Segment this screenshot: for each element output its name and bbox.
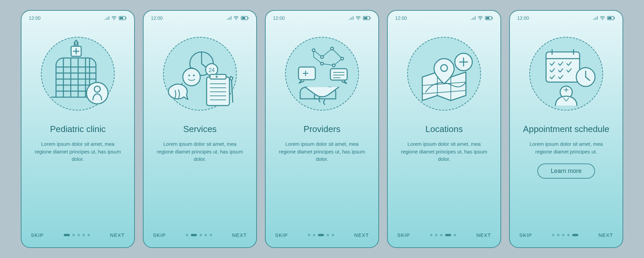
dot-5[interactable]	[572, 234, 578, 236]
hospital-building-icon	[38, 34, 118, 114]
battery-icon	[119, 16, 127, 20]
status-time: 12:00	[395, 15, 407, 21]
svg-rect-9	[248, 17, 249, 19]
nav-row: SKIP NEXT	[21, 232, 134, 247]
svg-rect-29	[330, 69, 347, 80]
status-icons	[227, 16, 249, 20]
dot-1[interactable]	[430, 234, 432, 236]
svg-point-0	[114, 19, 114, 20]
svg-point-15	[183, 68, 200, 86]
wifi-icon	[233, 16, 239, 20]
next-button[interactable]: NEXT	[354, 232, 369, 238]
next-button[interactable]: NEXT	[232, 232, 247, 238]
screen-description: Lorem ipsum dolor sit amet, mea regione …	[400, 140, 488, 163]
dot-1[interactable]	[552, 234, 554, 236]
dot-2[interactable]	[191, 234, 197, 236]
learn-more-button[interactable]: Learn more	[537, 164, 595, 179]
svg-rect-32	[492, 17, 493, 19]
skip-button[interactable]: SKIP	[153, 232, 166, 238]
screen-title: Appointment schedule	[523, 124, 609, 134]
skip-button[interactable]: SKIP	[519, 232, 532, 238]
status-icons	[105, 16, 127, 20]
dot-5[interactable]	[88, 234, 90, 236]
svg-point-23	[321, 56, 323, 58]
dot-1[interactable]	[64, 234, 70, 236]
status-bar: 12:00	[266, 11, 378, 23]
content-area: Locations Lorem ipsum dolor sit amet, me…	[388, 124, 500, 232]
status-bar: 12:00	[510, 11, 623, 23]
onboarding-screen-1: 12:00 Pediatric clin	[21, 10, 135, 248]
screen-title: Providers	[304, 124, 340, 134]
screen-title: Locations	[425, 124, 463, 134]
skip-button[interactable]: SKIP	[275, 232, 288, 238]
next-button[interactable]: NEXT	[598, 232, 613, 238]
illustration	[266, 23, 378, 124]
battery-icon	[485, 16, 493, 20]
content-area: Pediatric clinic Lorem ipsum dolor sit a…	[21, 124, 134, 232]
dot-5[interactable]	[454, 234, 456, 236]
dot-3[interactable]	[318, 234, 324, 236]
locations-map-icon	[404, 34, 484, 114]
dot-4[interactable]	[205, 234, 207, 236]
pagination-dots	[186, 234, 212, 236]
status-time: 12:00	[273, 15, 285, 21]
status-time: 12:00	[29, 15, 41, 21]
illustration	[21, 23, 134, 124]
appointment-schedule-icon	[526, 34, 606, 114]
svg-rect-10	[242, 17, 245, 19]
signal-icon	[593, 16, 598, 20]
screen-description: Lorem ipsum dolor sit amet, mea regione …	[278, 140, 366, 163]
svg-rect-13	[207, 77, 229, 106]
svg-rect-2	[126, 17, 126, 19]
dot-5[interactable]	[210, 234, 212, 236]
next-button[interactable]: NEXT	[476, 232, 491, 238]
pagination-dots	[308, 234, 334, 236]
skip-button[interactable]: SKIP	[31, 232, 44, 238]
next-button[interactable]: NEXT	[110, 232, 125, 238]
dot-4[interactable]	[83, 234, 85, 236]
dot-2[interactable]	[557, 234, 559, 236]
illustration	[510, 23, 623, 124]
svg-point-36	[602, 19, 603, 20]
dot-5[interactable]	[332, 234, 334, 236]
content-area: Appointment schedule Lorem ipsum dolor s…	[510, 124, 623, 232]
battery-icon	[607, 16, 615, 20]
status-icons	[471, 16, 493, 20]
status-bar: 12:00	[21, 11, 134, 23]
signal-icon	[471, 16, 476, 20]
dot-2[interactable]	[435, 234, 437, 236]
dot-3[interactable]	[200, 234, 202, 236]
dot-1[interactable]	[186, 234, 188, 236]
dot-4[interactable]	[327, 234, 329, 236]
svg-point-17	[193, 75, 195, 76]
wifi-icon	[356, 16, 361, 20]
pagination-dots	[64, 234, 90, 236]
pagination-dots	[552, 234, 578, 236]
battery-icon	[363, 16, 371, 20]
dot-4[interactable]	[567, 234, 570, 236]
battery-icon	[241, 16, 249, 20]
services-icon: 24	[160, 34, 240, 114]
content-area: Services Lorem ipsum dolor sit amet, mea…	[144, 124, 256, 232]
wifi-icon	[478, 16, 483, 20]
dot-1[interactable]	[308, 234, 310, 236]
status-time: 12:00	[151, 15, 163, 21]
skip-button[interactable]: SKIP	[397, 232, 410, 238]
dot-2[interactable]	[72, 234, 75, 236]
svg-text:24: 24	[209, 67, 215, 73]
svg-point-16	[189, 75, 190, 76]
svg-point-24	[331, 47, 333, 50]
dot-2[interactable]	[313, 234, 315, 236]
onboarding-screen-4: 12:00 Locations Lorem ipsum dolor sit am…	[387, 10, 501, 248]
signal-icon	[227, 16, 231, 20]
nav-row: SKIP NEXT	[510, 232, 623, 247]
dot-3[interactable]	[440, 234, 442, 236]
screen-title: Pediatric clinic	[50, 124, 106, 134]
svg-point-25	[341, 57, 343, 60]
dot-4[interactable]	[445, 234, 451, 236]
wifi-icon	[600, 16, 605, 20]
svg-rect-38	[614, 17, 615, 19]
dot-3[interactable]	[562, 234, 565, 236]
svg-point-7	[236, 19, 236, 20]
dot-3[interactable]	[77, 234, 80, 236]
